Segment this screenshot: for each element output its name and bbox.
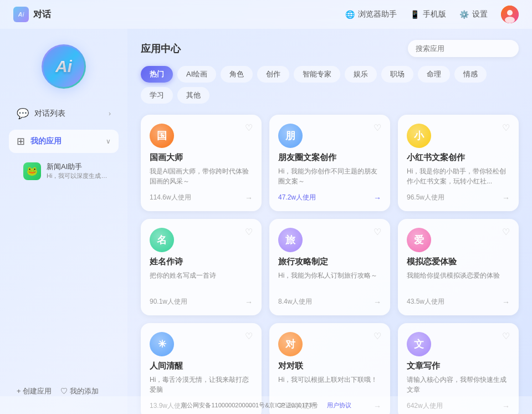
tab-emotion[interactable]: 情感 [454, 66, 487, 83]
card-arrow-pengyou[interactable]: → [374, 193, 381, 202]
card-pengyou[interactable]: 朋 ♡ 朋友圈文案创作 Hi，我能为你创作不同主题的朋友圈文案～ 47.2w人使… [269, 115, 390, 211]
card-title-lvxing: 旅行攻略制定 [278, 257, 381, 267]
news-ai-desc: Hi，我可以深度生成文案，也可... [47, 172, 111, 180]
card-lvxing[interactable]: 旅 ♡ 旅行攻略制定 Hi，我能为你私人订制旅行攻略～ 8.4w人使用 → [269, 219, 390, 315]
my-added-button[interactable]: ♡ 我的添加 [60, 386, 99, 396]
card-heart-xiaohongshu[interactable]: ♡ [502, 124, 510, 132]
card-heart-lvxing[interactable]: ♡ [374, 228, 381, 237]
card-heart-renijian[interactable]: ♡ [245, 332, 253, 341]
card-desc-lianai: 我能给你提供模拟谈恋爱的体验 [407, 270, 510, 290]
browser-icon: 🌐 [345, 10, 355, 19]
icp-text: 京公网安备11000002000001号&京ICP证030173号 [181, 401, 318, 410]
chevron-right-icon: › [109, 110, 111, 117]
cards-grid: 国 ♡ 国画大师 我是AI国画大师，带你跨时代体验国画的风采～ 114.6w人使… [141, 115, 519, 414]
user-agreement-link[interactable]: 用户协议 [327, 401, 351, 410]
card-avatar-pengyou: 朋 [278, 124, 303, 148]
card-xiaohongshu[interactable]: 小 ♡ 小红书文案创作 Hi，我是你的小助手，带你轻松创作小红书文案，玩转小红社… [398, 115, 519, 211]
card-header-xiaohongshu: 小 ♡ [407, 124, 510, 148]
card-users-guohua: 114.6w人使用 [150, 193, 191, 202]
tab-create[interactable]: 创作 [257, 66, 289, 83]
create-app-label: + 创建应用 [17, 386, 52, 396]
tab-destiny[interactable]: 命理 [418, 66, 450, 83]
tab-entertainment[interactable]: 娱乐 [345, 66, 377, 83]
card-heart-guohua[interactable]: ♡ [245, 124, 253, 132]
card-footer-lianai: 43.5w人使用 → [407, 297, 510, 306]
tab-role[interactable]: 角色 [221, 66, 253, 83]
nav-settings[interactable]: ⚙️ 设置 [459, 9, 488, 19]
card-guohua[interactable]: 国 ♡ 国画大师 我是AI国画大师，带你跨时代体验国画的风采～ 114.6w人使… [141, 115, 262, 211]
card-title-xingming: 姓名作诗 [150, 257, 253, 267]
main-layout: Ai 💬 对话列表 › ⊞ 我的应用 ∨ 🐸 新闻AI助手 Hi，我可以深度生成… [0, 29, 532, 414]
card-desc-guohua: 我是AI国画大师，带你跨时代体验国画的风采～ [150, 166, 253, 186]
card-arrow-xingming[interactable]: → [245, 298, 253, 306]
card-title-pengyou: 朋友圈文案创作 [278, 152, 381, 163]
tabs-container: 热门 AI绘画 角色 创作 智能专家 娱乐 职场 命理 情感 学习 其他 [141, 66, 519, 104]
card-heart-duilian[interactable]: ♡ [374, 332, 381, 341]
card-arrow-guohua[interactable]: → [245, 193, 253, 202]
sidebar-logo-area: Ai [9, 44, 119, 89]
tab-study[interactable]: 学习 [141, 87, 173, 104]
card-avatar-xiaohongshu: 小 [407, 124, 431, 148]
sidebar: Ai 💬 对话列表 › ⊞ 我的应用 ∨ 🐸 新闻AI助手 Hi，我可以深度生成… [0, 29, 127, 414]
sidebar-logo: Ai [42, 44, 86, 89]
card-title-guohua: 国画大师 [150, 152, 253, 163]
content-area: 应用中心 热门 AI绘画 角色 创作 智能专家 娱乐 职场 命理 情感 学习 其… [127, 29, 532, 414]
card-avatar-duilian: 对 [278, 332, 303, 356]
header-logo-icon: Ai [13, 7, 29, 22]
sidebar-item-my-apps[interactable]: ⊞ 我的应用 ∨ [9, 130, 119, 153]
card-avatar-guohua: 国 [150, 124, 174, 148]
tab-hot[interactable]: 热门 [141, 66, 173, 83]
card-arrow-lvxing[interactable]: → [374, 298, 381, 306]
card-lianai[interactable]: 爱 ♡ 模拟恋爱体验 我能给你提供模拟谈恋爱的体验 43.5w人使用 → [398, 219, 519, 315]
card-header-lvxing: 旅 ♡ [278, 228, 381, 252]
create-app-button[interactable]: + 创建应用 [17, 386, 52, 396]
card-title-lianai: 模拟恋爱体验 [407, 257, 510, 267]
sidebar-item-chat-list-left: 💬 对话列表 [17, 108, 65, 120]
card-header-guohua: 国 ♡ [150, 124, 253, 148]
search-input[interactable] [408, 40, 519, 57]
tab-ai-drawing[interactable]: AI绘画 [177, 66, 216, 83]
mobile-icon: 📱 [410, 10, 420, 19]
sidebar-chat-list-label: 对话列表 [34, 109, 65, 119]
sidebar-my-apps-label: 我的应用 [30, 136, 62, 146]
card-footer-lvxing: 8.4w人使用 → [278, 297, 381, 306]
card-avatar-lianai: 爱 [407, 228, 431, 252]
header-title: 对话 [33, 9, 51, 21]
card-desc-xiaohongshu: Hi，我是你的小助手，带你轻松创作小红书文案，玩转小红社... [407, 166, 510, 186]
card-arrow-lianai[interactable]: → [502, 298, 510, 306]
header-left: Ai 对话 [13, 7, 51, 22]
svg-point-1 [507, 10, 513, 16]
sidebar-item-chat-list[interactable]: 💬 对话列表 › [9, 102, 119, 125]
card-heart-lianai[interactable]: ♡ [502, 228, 510, 237]
header-logo-text: Ai [18, 11, 24, 18]
card-header-wenzhang: 文 ♡ [407, 332, 510, 356]
card-title-xiaohongshu: 小红书文案创作 [407, 152, 510, 163]
card-footer-xingming: 90.1w人使用 → [150, 297, 253, 306]
card-heart-xingming[interactable]: ♡ [245, 228, 253, 237]
card-avatar-lvxing: 旅 [278, 228, 303, 252]
card-header-pengyou: 朋 ♡ [278, 124, 381, 148]
card-header-duilian: 对 ♡ [278, 332, 381, 356]
svg-point-2 [505, 17, 515, 23]
my-added-label: ♡ 我的添加 [60, 386, 99, 396]
card-header-xingming: 名 ♡ [150, 228, 253, 252]
card-header-renijian: ✳ ♡ [150, 332, 253, 356]
card-avatar-wenzhang: 文 [407, 332, 431, 356]
tab-smart-expert[interactable]: 智能专家 [294, 66, 340, 83]
card-arrow-xiaohongshu[interactable]: → [502, 193, 510, 202]
tab-other[interactable]: 其他 [177, 87, 209, 104]
card-heart-pengyou[interactable]: ♡ [374, 124, 381, 132]
nav-mobile[interactable]: 📱 手机版 [410, 9, 446, 19]
card-xingming[interactable]: 名 ♡ 姓名作诗 把你的姓名写成一首诗 90.1w人使用 → [141, 219, 262, 315]
sidebar-item-my-apps-left: ⊞ 我的应用 [17, 135, 62, 147]
header-right: 🌐 浏览器助手 📱 手机版 ⚙️ 设置 [345, 6, 519, 23]
card-heart-wenzhang[interactable]: ♡ [502, 332, 510, 341]
card-desc-wenzhang: 请输入核心内容，我帮你快速生成文章 [407, 375, 510, 395]
user-avatar[interactable] [501, 6, 519, 23]
card-title-renijian: 人间清醒 [150, 361, 253, 371]
sidebar-sub-item-news-ai[interactable]: 🐸 新闻AI助手 Hi，我可以深度生成文案，也可... [9, 157, 119, 185]
nav-browser-helper[interactable]: 🌐 浏览器助手 [345, 9, 397, 19]
tab-workplace[interactable]: 职场 [381, 66, 413, 83]
card-title-duilian: 对对联 [278, 361, 381, 371]
card-desc-duilian: Hi，我可以根据上联对出下联哦！ [278, 375, 381, 395]
